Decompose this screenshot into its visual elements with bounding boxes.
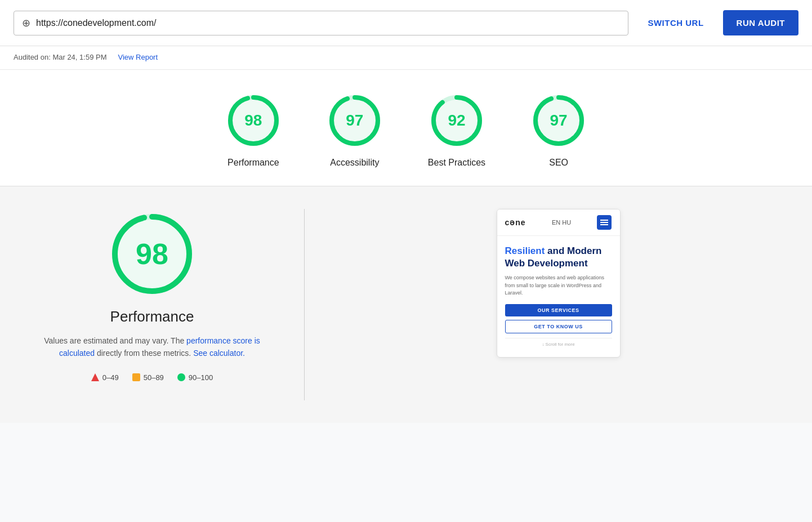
legend-label-orange: 50–89	[144, 373, 164, 382]
see-calculator-link[interactable]: See calculator.	[193, 349, 245, 358]
hero-title-part3: Web Development	[505, 258, 588, 269]
detail-right: cəne EN HU Resilient and Modern Web Deve…	[338, 209, 778, 358]
switch-url-button[interactable]: SWITCH URL	[637, 11, 713, 34]
preview-header: cəne EN HU	[497, 209, 620, 236]
website-preview: cəne EN HU Resilient and Modern Web Deve…	[497, 209, 621, 358]
preview-hero-desc: We compose websites and web applications…	[505, 274, 612, 297]
view-report-link[interactable]: View Report	[118, 53, 158, 61]
score-value-accessibility: 97	[346, 111, 363, 130]
circle-accessibility: 97	[327, 92, 383, 149]
preview-body: Resilient and Modern Web Development We …	[497, 236, 620, 357]
detail-section: 98 Performance Values are estimated and …	[0, 186, 812, 423]
globe-icon: ⊕	[22, 17, 30, 29]
preview-services-btn: OUR SERVICES	[505, 304, 612, 316]
preview-know-btn: GET TO KNOW US	[505, 320, 612, 333]
divider	[304, 209, 305, 400]
top-bar: ⊕ SWITCH URL RUN AUDIT	[0, 0, 812, 46]
detail-category-title: Performance	[110, 308, 194, 325]
circle-best-practices: 92	[429, 92, 485, 149]
audit-meta: Audited on: Mar 24, 1:59 PM View Report	[0, 46, 812, 70]
legend: 0–49 50–89 90–100	[91, 373, 213, 382]
score-value-best-practices: 92	[448, 111, 465, 130]
preview-footer-hint: ↓ Scroll for more	[505, 338, 612, 350]
score-label-accessibility: Accessibility	[330, 158, 379, 168]
preview-lang: EN HU	[552, 219, 571, 226]
preview-hero-title: Resilient and Modern Web Development	[505, 245, 612, 270]
score-label-seo: SEO	[549, 158, 568, 168]
audited-on-label: Audited on: Mar 24, 1:59 PM	[14, 53, 106, 61]
legend-item-red: 0–49	[91, 373, 119, 382]
score-label-performance: Performance	[227, 158, 279, 168]
legend-item-green: 90–100	[177, 373, 213, 382]
preview-logo: cəne	[505, 218, 526, 227]
legend-icon-green	[177, 373, 185, 381]
legend-label-green: 90–100	[189, 373, 213, 382]
url-input-wrap: ⊕	[14, 11, 628, 35]
menu-icon	[600, 222, 608, 223]
score-value-seo: 97	[550, 111, 568, 130]
legend-item-orange: 50–89	[132, 373, 164, 382]
score-label-best-practices: Best Practices	[428, 158, 485, 168]
preview-menu-toggle	[597, 215, 612, 230]
score-item-seo: 97 SEO	[530, 92, 587, 168]
score-item-performance: 98 Performance	[225, 92, 282, 168]
score-value-performance: 98	[244, 111, 262, 130]
detail-desc-text1: Values are estimated and may vary. The	[44, 336, 184, 345]
legend-icon-orange	[132, 373, 140, 381]
hero-title-part1: Resilient	[505, 246, 545, 256]
big-circle-performance: 98	[107, 209, 197, 299]
circle-seo: 97	[530, 92, 587, 149]
circle-performance: 98	[225, 92, 282, 149]
run-audit-button[interactable]: RUN AUDIT	[723, 10, 798, 35]
legend-icon-red	[91, 373, 99, 381]
big-score-value: 98	[136, 237, 168, 271]
scores-section: 98 Performance 97 Accessibility 92 Best …	[0, 70, 812, 186]
url-input[interactable]	[36, 18, 620, 28]
score-item-best-practices: 92 Best Practices	[428, 92, 485, 168]
score-item-accessibility: 97 Accessibility	[327, 92, 383, 168]
detail-left: 98 Performance Values are estimated and …	[34, 209, 270, 382]
detail-description: Values are estimated and may vary. The p…	[34, 334, 270, 360]
hero-title-part2: and Modern	[547, 246, 601, 256]
legend-label-red: 0–49	[102, 373, 119, 382]
detail-desc-text2: directly from these metrics.	[97, 349, 193, 358]
